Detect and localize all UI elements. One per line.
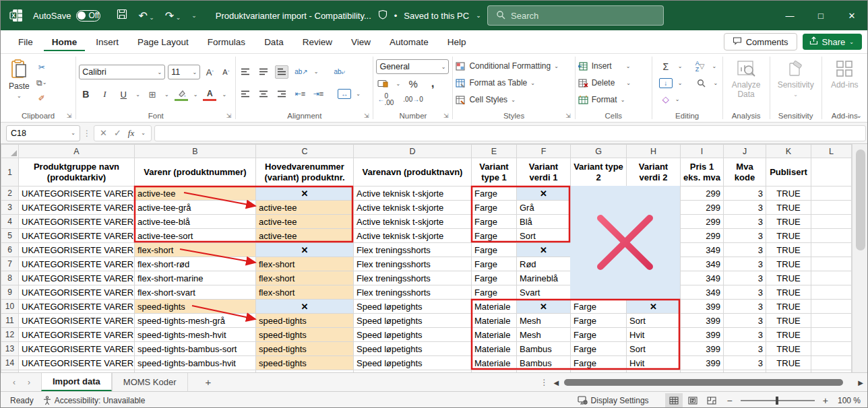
cell-C7[interactable]: flex-short	[256, 257, 354, 271]
cell-A12[interactable]: UKATEGORISERTE VARER	[19, 328, 135, 342]
column-header-C[interactable]: C	[256, 145, 354, 158]
cell-I8[interactable]: 349	[681, 271, 724, 285]
cell-F14[interactable]: Bambus	[517, 356, 571, 370]
sheet-tab-import-data[interactable]: Import data	[41, 373, 112, 391]
cell-I9[interactable]: 349	[681, 285, 724, 300]
customize-quick-access-icon[interactable]: ⌄	[191, 12, 197, 19]
cell-F9[interactable]: Svart	[517, 285, 571, 300]
cell-B8[interactable]: flex-short-marine	[135, 271, 256, 285]
cell-C2[interactable]: ✕	[256, 186, 354, 201]
search-box[interactable]: Search	[487, 5, 664, 26]
cell-D13[interactable]: Speed løpetights	[354, 342, 472, 356]
tab-review[interactable]: Review	[294, 32, 340, 51]
sheet-tab-moms-koder[interactable]: MOMS Koder	[112, 373, 188, 391]
cell-B11[interactable]: speed-tights-mesh-grå	[135, 314, 256, 328]
cell-C4[interactable]: active-tee	[256, 215, 354, 229]
tab-page-layout[interactable]: Page Layout	[129, 32, 197, 51]
cell-E7[interactable]: Farge	[472, 257, 517, 271]
cell-A4[interactable]: UKATEGORISERTE VARER	[19, 215, 135, 229]
cell-H5[interactable]	[627, 229, 681, 243]
merge-center-icon[interactable]: ↔	[338, 89, 351, 99]
insert-cells-button[interactable]: Insert⌄	[578, 59, 631, 73]
cell-A10[interactable]: UKATEGORISERTE VARER	[19, 300, 135, 314]
cell-E4[interactable]: Farge	[472, 215, 517, 229]
sheet-nav-right-icon[interactable]: ›	[28, 378, 30, 387]
row-header-6[interactable]: 6	[1, 243, 19, 257]
cell-F11[interactable]: Mesh	[517, 314, 571, 328]
cell-K12[interactable]: TRUE	[766, 328, 811, 342]
cell-L2[interactable]	[811, 186, 852, 201]
normal-view-button[interactable]	[665, 393, 683, 408]
cell-C8[interactable]: flex-short	[256, 271, 354, 285]
cell-E10[interactable]: Materiale	[472, 300, 517, 314]
cell-F5[interactable]: Sort	[517, 229, 571, 243]
hscroll-right-icon[interactable]: ▶	[858, 379, 863, 386]
find-select-icon[interactable]	[695, 76, 708, 90]
cell-D1[interactable]: Varenavn (produktnavn)	[354, 158, 472, 186]
column-header-H[interactable]: H	[627, 145, 681, 158]
cell-J3[interactable]: 3	[724, 201, 766, 215]
cell-K2[interactable]: TRUE	[766, 186, 811, 201]
zoom-slider-thumb[interactable]	[776, 397, 778, 405]
cell-C5[interactable]: active-tee	[256, 229, 354, 243]
cell-K14[interactable]: TRUE	[766, 356, 811, 370]
cell-E13[interactable]: Materiale	[472, 342, 517, 356]
font-name-combo[interactable]: Calibri⌄	[79, 65, 165, 79]
cell-E8[interactable]: Farge	[472, 271, 517, 285]
align-center-icon[interactable]	[257, 87, 270, 100]
cell-G12[interactable]: Farge	[571, 328, 627, 342]
cell-L9[interactable]	[811, 285, 852, 300]
column-header-J[interactable]: J	[724, 145, 766, 158]
tab-formulas[interactable]: Formulas	[199, 32, 253, 51]
cell-H8[interactable]	[627, 271, 681, 285]
tab-help[interactable]: Help	[439, 32, 474, 51]
cell-J5[interactable]: 3	[724, 229, 766, 243]
cell-G2[interactable]	[571, 186, 627, 201]
cell-K7[interactable]: TRUE	[766, 257, 811, 271]
cell-D9[interactable]: Flex treningsshorts	[354, 285, 472, 300]
page-break-view-button[interactable]	[703, 393, 720, 408]
row-header-11[interactable]: 11	[1, 314, 19, 328]
close-button[interactable]: ✕	[836, 1, 867, 30]
orientation-icon[interactable]: ab↗	[293, 65, 309, 79]
cell-J9[interactable]: 3	[724, 285, 766, 300]
cell-E1[interactable]: Variant type 1	[472, 158, 517, 186]
bold-button[interactable]: B	[79, 88, 92, 101]
cell-J14[interactable]: 3	[724, 356, 766, 370]
cell-K1[interactable]: Publisert	[766, 158, 811, 186]
font-size-combo[interactable]: 11⌄	[168, 65, 200, 79]
cell-A5[interactable]: UKATEGORISERTE VARER	[19, 229, 135, 243]
tab-splitter[interactable]: ⋮	[540, 378, 549, 387]
cell-B6[interactable]: flex-short	[135, 243, 256, 257]
format-cells-button[interactable]: Format⌄	[578, 92, 625, 107]
tab-data[interactable]: Data	[256, 32, 292, 51]
cell-C9[interactable]: flex-short	[256, 285, 354, 300]
cell-K10[interactable]: TRUE	[766, 300, 811, 314]
conditional-formatting-button[interactable]: Conditional Formatting⌄	[456, 59, 558, 73]
row-header-14[interactable]: 14	[1, 356, 19, 370]
fill-color-icon[interactable]	[175, 88, 188, 101]
cell-F8[interactable]: Marineblå	[517, 271, 571, 285]
select-all-corner[interactable]	[1, 145, 19, 158]
cell-H1[interactable]: Variant verdi 2	[627, 158, 681, 186]
cell-B1[interactable]: Varenr (produktnummer)	[135, 158, 256, 186]
page-layout-view-button[interactable]	[684, 393, 702, 408]
cell-L1[interactable]	[811, 158, 852, 186]
cell-G11[interactable]: Farge	[571, 314, 627, 328]
cell-A2[interactable]: UKATEGORISERTE VARER	[19, 186, 135, 201]
cell-E2[interactable]: Farge	[472, 186, 517, 201]
column-header-K[interactable]: K	[766, 145, 811, 158]
share-button[interactable]: Share ⌄	[803, 34, 862, 50]
cell-D7[interactable]: Flex treningsshorts	[354, 257, 472, 271]
saved-location-label[interactable]: Saved to this PC	[404, 11, 469, 21]
styles-dialog-launcher-icon[interactable]: ⇲	[565, 112, 571, 119]
comments-button[interactable]: Comments	[724, 33, 797, 50]
cell-F3[interactable]: Grå	[517, 201, 571, 215]
cell-A8[interactable]: UKATEGORISERTE VARER	[19, 271, 135, 285]
decrease-font-size-icon[interactable]: Aˇ	[219, 65, 232, 79]
font-color-icon[interactable]: A	[203, 88, 216, 101]
insert-function-icon[interactable]: fx	[128, 128, 134, 139]
cell-D14[interactable]: Speed løpetights	[354, 356, 472, 370]
cell-I3[interactable]: 299	[681, 201, 724, 215]
cell-B12[interactable]: speed-tights-mesh-hvit	[135, 328, 256, 342]
